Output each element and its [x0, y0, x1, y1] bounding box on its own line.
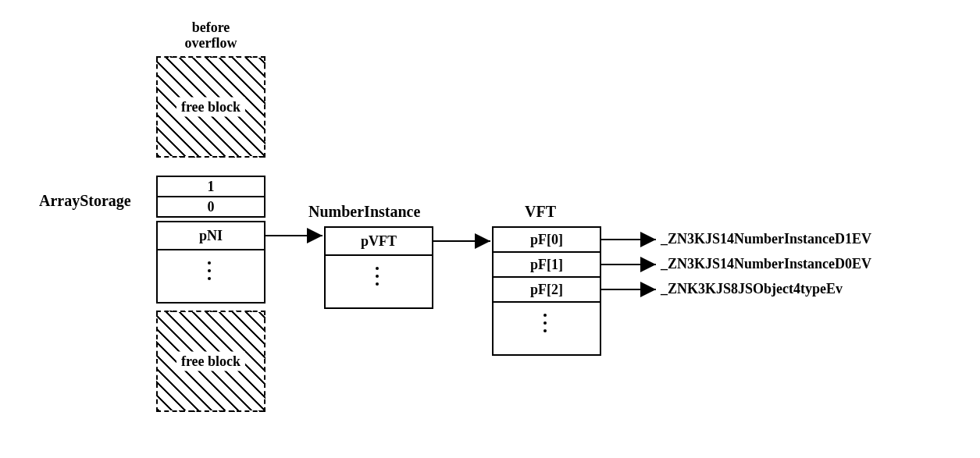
heading-before-overflow: before overflow	[156, 20, 265, 51]
fn-label-1: _ZN3KJS14NumberInstanceD0EV	[661, 256, 871, 272]
vft-row-2: pF[2]	[492, 276, 601, 303]
arraystorage-title: ArrayStorage	[39, 192, 131, 210]
vft-title: VFT	[525, 203, 556, 221]
vft-body	[492, 301, 601, 356]
ni-vdots	[376, 267, 379, 286]
ni-body	[324, 254, 433, 309]
free-block-top-label: free block	[176, 98, 245, 117]
free-block-bottom: free block	[156, 311, 265, 412]
numberinstance-title: NumberInstance	[308, 203, 420, 221]
fn-label-2: _ZNK3KJS8JSObject4typeEv	[661, 281, 843, 297]
array-row-1: 0	[156, 196, 265, 218]
array-body	[156, 249, 265, 304]
array-vdots	[208, 261, 211, 280]
free-block-top: free block	[156, 56, 265, 158]
array-row-2: pNI	[156, 221, 265, 250]
fn-label-0: _ZN3KJS14NumberInstanceD1EV	[661, 231, 871, 247]
vft-row-1: pF[1]	[492, 251, 601, 278]
vft-vdots	[543, 314, 547, 332]
ni-row-0: pVFT	[324, 226, 433, 256]
array-row-0: 1	[156, 176, 265, 197]
vft-row-0: pF[0]	[492, 226, 601, 253]
arrows-layer	[0, 0, 980, 458]
free-block-bottom-label: free block	[176, 352, 245, 371]
